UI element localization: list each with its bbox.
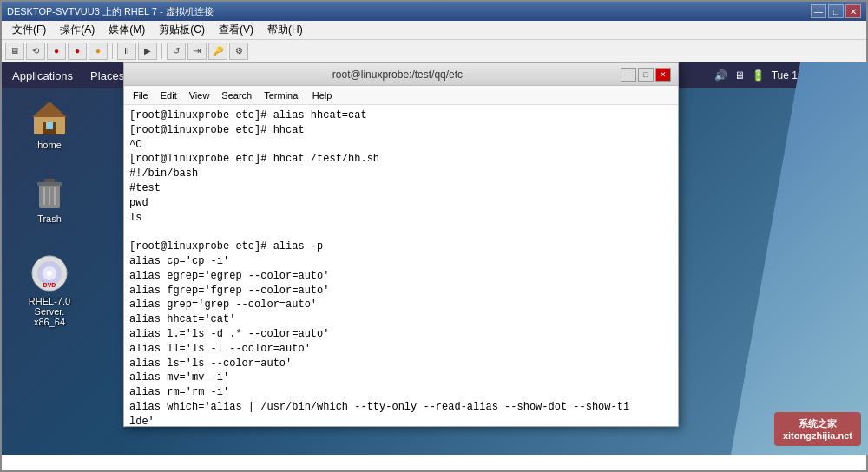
terminal-close[interactable]: ✕ — [655, 68, 671, 82]
desktop-decoration — [696, 62, 868, 455]
toolbar-btn-key[interactable]: 🔑 — [208, 43, 227, 60]
terminal-window: root@linuxprobe:/test/qq/etc — □ ✕ File … — [123, 62, 679, 427]
svg-rect-5 — [37, 182, 62, 186]
svg-marker-1 — [32, 102, 67, 117]
term-line-4: #!/bin/bash — [129, 167, 673, 181]
term-line-1: [root@linuxprobe etc]# hhcat — [129, 123, 673, 138]
term-menu-terminal[interactable]: Terminal — [259, 89, 306, 102]
outer-window: DESKTOP-SVTVUU3 上的 RHEL 7 - 虚拟机连接 — □ ✕ … — [0, 0, 868, 472]
terminal-title: root@linuxprobe:/test/qq/etc — [174, 69, 621, 81]
toolbar-btn-orange[interactable]: ● — [89, 43, 108, 60]
term-line-6: pwd — [129, 196, 673, 211]
terminal-titlebar: root@linuxprobe:/test/qq/etc — □ ✕ — [124, 63, 678, 86]
trash-icon-label: Trash — [37, 213, 62, 224]
terminal-maximize[interactable]: □ — [638, 68, 654, 82]
svg-text:DVD: DVD — [43, 282, 56, 288]
toolbar-btn-1[interactable]: 🖥 — [5, 43, 24, 60]
term-menu-help[interactable]: Help — [307, 89, 338, 102]
term-line-12: alias fgrep='fgrep --color=auto' — [129, 284, 673, 298]
term-line-16: alias ll='ls -l --color=auto' — [129, 342, 673, 357]
toolbar-btn-play[interactable]: ▶ — [138, 43, 157, 60]
menu-view[interactable]: 查看(V) — [212, 21, 260, 39]
trash-icon — [29, 170, 70, 212]
outer-titlebar: DESKTOP-SVTVUU3 上的 RHEL 7 - 虚拟机连接 — □ ✕ — [2, 2, 866, 21]
outer-menubar: 文件(F) 操作(A) 媒体(M) 剪贴板(C) 查看(V) 帮助(H) — [2, 21, 866, 40]
taskbar-battery-icon: 🔋 — [752, 69, 765, 82]
dvd-icon: DVD — [29, 252, 70, 294]
term-menu-search[interactable]: Search — [216, 89, 257, 102]
toolbar-btn-2[interactable]: ⟲ — [26, 43, 45, 60]
toolbar-sep-1 — [112, 43, 113, 59]
outer-toolbar: 🖥 ⟲ ● ● ● ⏸ ▶ ↺ ⇥ 🔑 ⚙ — [2, 40, 866, 62]
dvd-icon-label: RHEL-7.0 Server. x86_64 — [23, 296, 76, 327]
taskbar-volume-icon: 🔊 — [714, 69, 727, 82]
term-line-2: ^C — [129, 138, 673, 153]
term-line-19: alias rm='rm -i' — [129, 385, 673, 400]
term-line-3: [root@linuxprobe etc]# hhcat /test/hh.sh — [129, 152, 673, 167]
term-line-17: alias ls='ls --color=auto' — [129, 357, 673, 371]
toolbar-sep-2 — [161, 43, 162, 59]
taskbar-applications[interactable]: Applications — [9, 68, 76, 84]
svg-rect-3 — [46, 122, 53, 129]
term-line-20: alias which='alias | /usr/bin/which --tt… — [129, 400, 673, 415]
watermark-line2: xitongzhijia.net — [783, 430, 852, 441]
toolbar-btn-settings[interactable]: ⚙ — [229, 43, 248, 60]
home-icon — [29, 96, 70, 138]
taskbar-places[interactable]: Places — [87, 68, 128, 84]
minimize-button[interactable]: — — [811, 4, 826, 18]
toolbar-btn-stop[interactable]: ● — [47, 43, 66, 60]
toolbar-btn-reset[interactable]: ↺ — [167, 43, 186, 60]
term-line-9: [root@linuxprobe etc]# alias -p — [129, 239, 673, 254]
menu-media[interactable]: 媒体(M) — [102, 21, 152, 39]
term-line-15: alias l.='ls -d .* --color=auto' — [129, 327, 673, 342]
close-button[interactable]: ✕ — [845, 4, 861, 18]
term-line-18: alias mv='mv -i' — [129, 370, 673, 385]
term-menu-view[interactable]: View — [184, 89, 215, 102]
term-line-10: alias cp='cp -i' — [129, 254, 673, 269]
menu-action[interactable]: 操作(A) — [53, 21, 102, 39]
terminal-minimize[interactable]: — — [621, 68, 636, 82]
outer-window-controls: — □ ✕ — [811, 4, 861, 18]
terminal-controls: — □ ✕ — [621, 68, 671, 82]
desktop-icon-home[interactable]: home — [19, 93, 80, 154]
term-line-21: lde' — [129, 415, 673, 426]
taskbar-network-icon: 🖥 — [734, 69, 745, 82]
desktop-icon-dvd[interactable]: DVD RHEL-7.0 Server. x86_64 — [19, 249, 80, 331]
terminal-menubar: File Edit View Search Terminal Help — [124, 86, 678, 105]
term-line-11: alias egrep='egrep --color=auto' — [129, 269, 673, 284]
term-line-7: ls — [129, 211, 673, 226]
term-line-8 — [129, 225, 673, 239]
term-line-14: alias hhcat='cat' — [129, 312, 673, 327]
toolbar-btn-send[interactable]: ⇥ — [187, 43, 207, 60]
outer-window-title: DESKTOP-SVTVUU3 上的 RHEL 7 - 虚拟机连接 — [7, 5, 214, 18]
term-line-13: alias grep='grep --color=auto' — [129, 298, 673, 312]
toolbar-btn-rec[interactable]: ● — [68, 43, 87, 60]
terminal-body[interactable]: [root@linuxprobe etc]# alias hhcat=cat [… — [124, 105, 678, 426]
home-icon-label: home — [37, 140, 62, 150]
svg-point-13 — [47, 271, 52, 276]
term-line-5: #test — [129, 181, 673, 196]
desktop-icon-trash[interactable]: Trash — [19, 167, 80, 227]
menu-help[interactable]: 帮助(H) — [260, 21, 310, 39]
menu-file[interactable]: 文件(F) — [5, 21, 53, 39]
watermark: 系统之家 xitongzhijia.net — [774, 412, 861, 446]
svg-rect-6 — [44, 179, 55, 182]
term-menu-file[interactable]: File — [128, 89, 154, 102]
desktop: Applications Places Terminal 🔊 🖥 🔋 Tue 1… — [2, 62, 868, 455]
watermark-line1: 系统之家 — [783, 417, 852, 430]
term-menu-edit[interactable]: Edit — [155, 89, 182, 102]
toolbar-btn-pause[interactable]: ⏸ — [117, 43, 136, 60]
term-line-0: [root@linuxprobe etc]# alias hhcat=cat — [129, 108, 673, 123]
menu-clipboard[interactable]: 剪贴板(C) — [152, 21, 212, 39]
maximize-button[interactable]: □ — [828, 4, 844, 18]
